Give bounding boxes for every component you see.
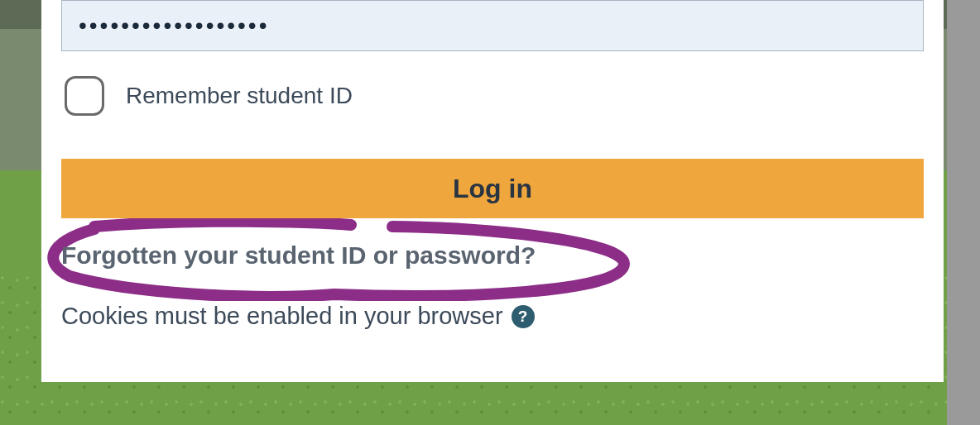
remember-checkbox[interactable] (65, 76, 104, 116)
remember-label: Remember student ID (126, 83, 353, 109)
login-card: Remember student ID Log in Forgotten you… (41, 0, 944, 382)
login-button[interactable]: Log in (61, 159, 924, 218)
help-icon[interactable]: ? (512, 305, 535, 328)
background-right-strip (947, 0, 980, 425)
forgot-password-link[interactable]: Forgotten your student ID or password? (61, 241, 536, 269)
cookies-notice: Cookies must be enabled in your browser (61, 303, 503, 330)
password-input[interactable] (61, 0, 924, 51)
cookies-row: Cookies must be enabled in your browser … (61, 303, 924, 330)
remember-row: Remember student ID (65, 76, 924, 116)
forgot-link-row: Forgotten your student ID or password? (61, 241, 924, 270)
